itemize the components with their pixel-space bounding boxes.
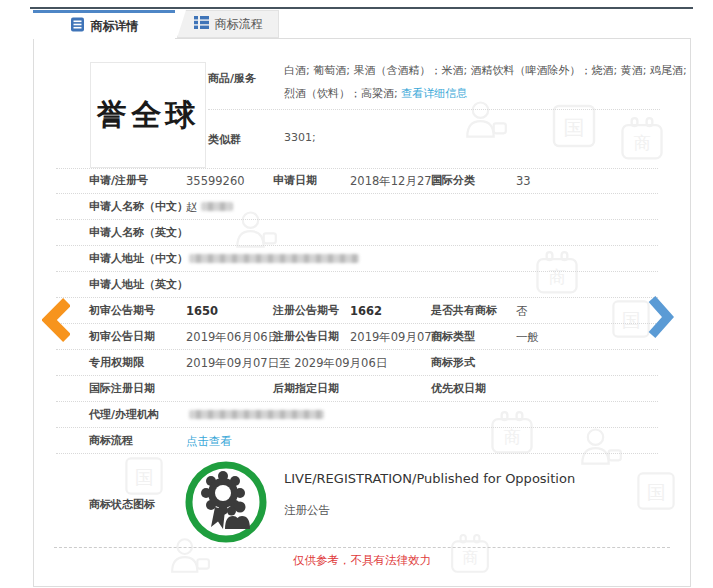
list-icon	[194, 15, 209, 33]
field-label: 商标形式	[431, 350, 475, 376]
chevron-left-icon	[42, 328, 70, 347]
field-label: 注册公告日期	[273, 324, 339, 350]
trademark-detail-panel: 誉全球 商品/服务 白酒; 葡萄酒; 果酒（含酒精）；米酒; 酒精饮料（啤酒除外…	[33, 38, 691, 587]
disclaimer-note: 仅供参考，不具有法律效力	[34, 553, 690, 568]
field-label: 后期指定日期	[273, 376, 339, 402]
field-label: 商标类型	[431, 324, 475, 350]
field-label: 优先权日期	[431, 376, 486, 402]
previous-arrow-button[interactable]	[42, 297, 70, 347]
row-divider	[208, 109, 660, 110]
watermark-icon	[122, 454, 166, 498]
field-label: 申请人地址（英文）	[89, 272, 188, 298]
goods-services-value: 白酒; 葡萄酒; 果酒（含酒精）；米酒; 酒精饮料（啤酒除外）；烧酒; 黄酒; …	[284, 59, 688, 105]
field-label: 专用权期限	[89, 350, 144, 376]
field-label: 是否共有商标	[431, 298, 497, 324]
field-label: 国际注册日期	[89, 376, 155, 402]
field-label: 国际分类	[431, 168, 475, 194]
registration-medal-badge-icon	[184, 460, 268, 544]
view-details-link[interactable]: 查看详细信息	[401, 87, 467, 100]
tab-trademark-detail[interactable]: 商标详情	[33, 10, 175, 39]
section-divider	[54, 547, 670, 548]
watermark-icon	[619, 117, 665, 163]
field-row: 初审公告日期2019年06月06日注册公告日期2019年09月07日商标类型一般	[34, 324, 690, 350]
field-value: 2019年09月07日	[350, 324, 443, 350]
field-row: 申请人地址（英文）	[34, 272, 690, 298]
field-value: 35599260	[186, 168, 245, 194]
field-row: 商标流程点击查看	[34, 428, 690, 454]
tab-label: 商标流程	[215, 16, 263, 33]
next-arrow-button[interactable]	[648, 295, 674, 343]
field-label: 注册公告期号	[273, 298, 339, 324]
chevron-right-icon	[648, 324, 674, 343]
similar-group-label: 类似群	[208, 132, 241, 147]
document-icon	[70, 17, 85, 35]
field-label: 申请人名称（英文）	[89, 220, 188, 246]
field-label: 申请/注册号	[89, 168, 148, 194]
field-label: 代理/办理机构	[89, 402, 159, 428]
field-grid: 申请/注册号35599260申请日期2018年12月27日国际分类33申请人名称…	[34, 168, 690, 454]
redacted-text	[201, 202, 233, 211]
field-row: 国际注册日期后期指定日期优先权日期	[34, 376, 690, 402]
field-row: 申请人地址（中文）	[34, 246, 690, 272]
field-row: 代理/办理机构	[34, 402, 690, 428]
field-row: 申请人名称（英文）	[34, 220, 690, 246]
field-label: 初审公告期号	[89, 298, 155, 324]
field-value	[186, 246, 359, 272]
field-label: 申请人名称（中文）	[89, 194, 188, 220]
field-row: 专用权期限2019年09月07日至 2029年09月06日商标形式	[34, 350, 690, 376]
status-text-cn: 注册公告	[284, 503, 330, 518]
header-divider-line	[30, 7, 693, 9]
watermark-icon	[634, 469, 678, 513]
redacted-text	[189, 254, 359, 263]
status-text-en: LIVE/REGISTRATION/Published for Oppositi…	[284, 471, 575, 486]
trademark-image: 誉全球	[90, 62, 206, 168]
field-row: 初审公告期号1650注册公告期号1662是否共有商标否	[34, 298, 690, 324]
trademark-status-label: 商标状态图标	[89, 497, 155, 512]
goods-services-text: 白酒; 葡萄酒; 果酒（含酒精）；米酒; 酒精饮料（啤酒除外）；烧酒; 黄酒; …	[284, 64, 687, 100]
field-label: 申请日期	[273, 168, 317, 194]
field-value: 否	[516, 298, 528, 324]
redacted-text	[189, 410, 324, 419]
field-value: 赵	[186, 194, 233, 220]
field-label: 申请人地址（中文）	[89, 246, 188, 272]
field-value: 2019年09月07日至 2029年09月06日	[186, 350, 387, 376]
field-value: 1662	[350, 298, 382, 324]
field-label: 商标流程	[89, 428, 133, 454]
field-link[interactable]: 点击查看	[186, 428, 232, 454]
field-row: 申请/注册号35599260申请日期2018年12月27日国际分类33	[34, 168, 690, 194]
field-label: 初审公告日期	[89, 324, 155, 350]
field-value: 33	[516, 168, 531, 194]
field-value: 1650	[186, 298, 218, 324]
field-value: 2018年12月27日	[350, 168, 443, 194]
similar-group-value: 3301;	[284, 131, 316, 144]
tab-trademark-process[interactable]: 商标流程	[177, 10, 279, 38]
field-row: 申请人名称（中文）赵	[34, 194, 690, 220]
field-value: 2019年06月06日	[186, 324, 279, 350]
field-value: 一般	[516, 324, 539, 350]
field-value	[186, 402, 324, 428]
tab-label: 商标详情	[91, 18, 139, 35]
trademark-text: 誉全球	[97, 95, 199, 136]
goods-services-label: 商品/服务	[208, 71, 256, 86]
